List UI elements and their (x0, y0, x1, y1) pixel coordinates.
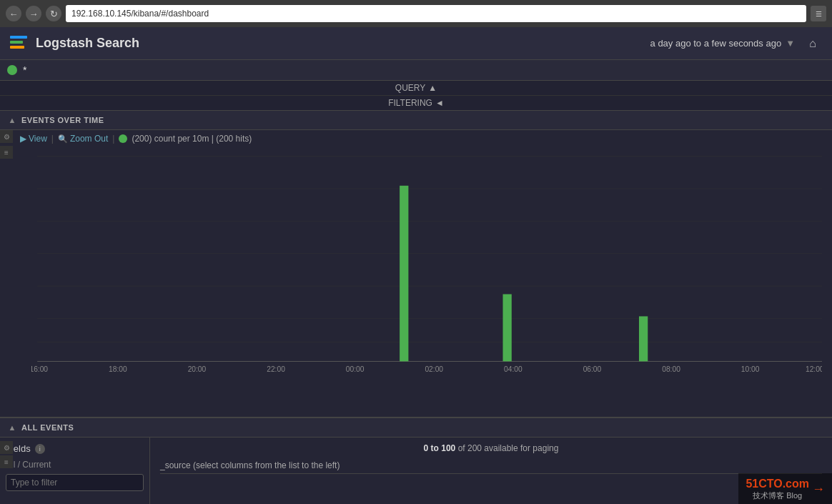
svg-text:18:00: 18:00 (109, 365, 127, 373)
svg-text:08/05: 08/05 (109, 374, 127, 375)
app-title: Logstash Search (36, 36, 139, 51)
paging-of: of 200 available for paging (458, 443, 559, 453)
all-events-panel-title: ALL EVENTS (21, 423, 74, 432)
svg-text:08/05: 08/05 (267, 374, 285, 375)
source-header: _source (select columns from the list to… (160, 458, 822, 474)
svg-text:02:00: 02:00 (425, 365, 443, 373)
svg-text:12:00: 12:00 (806, 365, 822, 373)
chart-container: 140 120 100 80 60 40 20 (0, 146, 832, 375)
svg-text:20:00: 20:00 (188, 365, 207, 373)
view-label: View (29, 134, 47, 144)
query-label: QUERY (395, 83, 425, 93)
all-events-panel: ▲ ALL EVENTS ⚙ ≡ Fields i All / Current … (0, 418, 832, 504)
zoom-out-label: Zoom Out (70, 134, 108, 144)
filter-label: FILTERING (388, 98, 432, 108)
time-range-text: a day ago to a few seconds ago (650, 38, 782, 49)
svg-text:08/06: 08/06 (741, 374, 760, 375)
svg-text:22:00: 22:00 (267, 365, 285, 373)
query-filter-bar: QUERY ▲ FILTERING ◄ (0, 81, 832, 111)
zoom-out-link[interactable]: 🔍 Zoom Out (58, 134, 108, 144)
all-events-settings-button[interactable]: ⚙ (0, 441, 13, 454)
results-paging: 0 to 100 of 200 available for paging (160, 443, 822, 453)
url-text: 192.168.10.145/kibana/#/dashboard (71, 9, 209, 19)
svg-text:06:00: 06:00 (583, 365, 602, 373)
all-current-toggle[interactable]: All / Current (6, 460, 144, 470)
filter-toggle[interactable]: FILTERING ◄ (0, 96, 832, 110)
query-arrow: ▲ (428, 83, 437, 93)
svg-text:08/06: 08/06 (583, 374, 602, 375)
browser-menu-button[interactable]: ☰ (811, 6, 826, 21)
browser-chrome: ← → ↻ 192.168.10.145/kibana/#/dashboard … (0, 0, 832, 27)
toolbar-sep2: | (112, 134, 114, 144)
count-label: (200) count per 10m | (200 hits) (132, 134, 252, 144)
chart-bar-3 (639, 316, 648, 361)
svg-text:08/06: 08/06 (504, 374, 523, 375)
fields-header: Fields i (6, 443, 144, 454)
zoom-icon: 🔍 (58, 134, 68, 144)
view-arrow: ▶ (20, 134, 26, 144)
svg-text:08/06: 08/06 (662, 374, 680, 375)
watermark-site: 51CTO.com (746, 478, 809, 490)
svg-text:04:00: 04:00 (504, 365, 523, 373)
svg-text:08/05: 08/05 (188, 374, 207, 375)
home-button[interactable]: ⌂ (803, 34, 822, 53)
source-label: _source (select columns from the list to… (160, 460, 340, 470)
all-events-collapse-button[interactable]: ▲ (7, 423, 17, 433)
svg-text:10:00: 10:00 (741, 365, 760, 373)
events-settings-button[interactable]: ⚙ (0, 130, 13, 143)
watermark-subtitle: 技术博客 Blog (753, 490, 802, 501)
main-content: ▲ EVENTS OVER TIME ⚙ ≡ ▶ View | 🔍 Zoom O… (0, 111, 832, 504)
url-bar[interactable]: 192.168.10.145/kibana/#/dashboard (66, 5, 806, 22)
search-status-indicator (7, 65, 17, 75)
back-button[interactable]: ← (6, 6, 21, 21)
app-logo: Logstash Search (10, 36, 650, 51)
search-bar (0, 60, 832, 81)
watermark: 51CTO.com 技术博客 Blog → (738, 473, 832, 504)
events-panel-title: EVENTS OVER TIME (21, 116, 104, 124)
svg-text:08/05: 08/05 (31, 374, 48, 375)
fields-info-icon[interactable]: i (35, 444, 45, 454)
toolbar-sep1: | (51, 134, 54, 144)
svg-text:08/06: 08/06 (806, 374, 822, 375)
time-range-picker[interactable]: a day ago to a few seconds ago ▼ (650, 38, 795, 49)
time-range-arrow: ▼ (786, 38, 795, 49)
all-events-extra-button[interactable]: ≡ (0, 455, 13, 468)
results-info: 0 to 100 of 200 available for paging _so… (150, 438, 832, 504)
refresh-button[interactable]: ↻ (46, 6, 61, 21)
logo-icon (10, 36, 30, 51)
svg-text:16:00: 16:00 (31, 365, 48, 373)
home-icon: ⌂ (809, 37, 816, 50)
app-header: Logstash Search a day ago to a few secon… (0, 27, 832, 60)
events-panel: ▲ EVENTS OVER TIME ⚙ ≡ ▶ View | 🔍 Zoom O… (0, 111, 832, 418)
svg-text:00:00: 00:00 (346, 365, 365, 373)
forward-button[interactable]: → (26, 6, 41, 21)
events-collapse-button[interactable]: ▲ (7, 115, 17, 125)
chart-bar-2 (503, 294, 512, 361)
query-toggle[interactable]: QUERY ▲ (0, 81, 832, 96)
legend-dot (119, 134, 127, 143)
svg-text:08/06: 08/06 (425, 374, 443, 375)
view-link[interactable]: ▶ View (20, 134, 47, 144)
svg-text:08:00: 08:00 (662, 365, 680, 373)
events-chart: 140 120 100 80 60 40 20 (31, 146, 822, 375)
svg-text:08/06: 08/06 (346, 374, 365, 375)
all-events-panel-header: ▲ ALL EVENTS ⚙ ≡ (0, 418, 832, 438)
events-panel-header: ▲ EVENTS OVER TIME (0, 111, 832, 130)
watermark-arrow: → (812, 482, 825, 497)
filter-arrow: ◄ (435, 98, 444, 108)
events-body: Fields i All / Current 0 to 100 of 200 a… (0, 438, 832, 504)
fields-panel: Fields i All / Current (0, 438, 150, 504)
chart-bar-1 (400, 186, 408, 362)
paging-range: 0 to 100 (424, 443, 456, 453)
search-input[interactable] (23, 64, 825, 76)
fields-filter-input[interactable] (6, 474, 144, 491)
